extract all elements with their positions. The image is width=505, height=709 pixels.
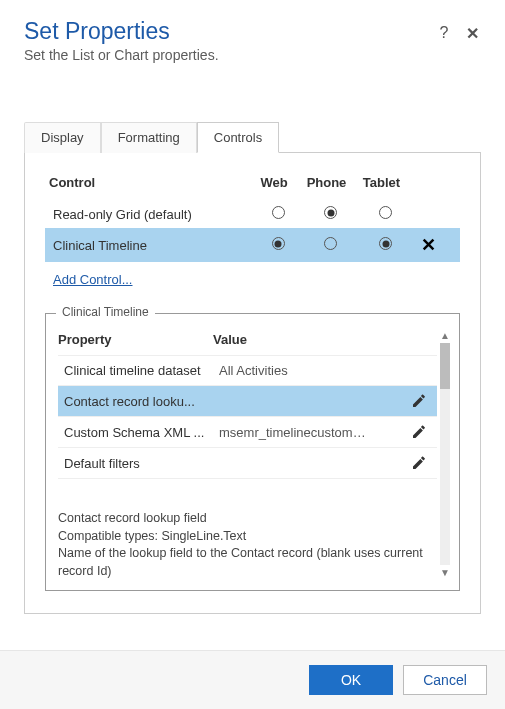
tab-display[interactable]: Display <box>24 122 101 153</box>
control-detail-fieldset: Clinical Timeline Property Value Clinica… <box>45 313 460 591</box>
col-header-value: Value <box>213 332 437 347</box>
property-row-contact-lookup[interactable]: Contact record looku... <box>58 385 437 416</box>
help-icon[interactable]: ? <box>435 24 453 42</box>
cancel-button[interactable]: Cancel <box>403 665 487 695</box>
tab-controls[interactable]: Controls <box>197 122 279 153</box>
desc-line3: Name of the lookup field to the Contact … <box>58 545 429 580</box>
radio-phone[interactable] <box>324 237 337 250</box>
radio-tablet[interactable] <box>379 237 392 250</box>
radio-phone[interactable] <box>324 206 337 219</box>
property-description: Contact record lookup field Compatible t… <box>58 510 437 580</box>
control-row-clinical-timeline[interactable]: Clinical Timeline ✕ <box>45 228 460 262</box>
radio-web[interactable] <box>272 237 285 250</box>
property-row-more <box>58 478 437 484</box>
dialog-subtitle: Set the List or Chart properties. <box>24 47 219 63</box>
dialog-title: Set Properties <box>24 18 219 45</box>
radio-tablet[interactable] <box>379 206 392 219</box>
ok-button[interactable]: OK <box>309 665 393 695</box>
property-row-custom-schema[interactable]: Custom Schema XML ... msemr_timelinecust… <box>58 416 437 447</box>
radio-web[interactable] <box>272 206 285 219</box>
tab-bar: Display Formatting Controls <box>24 121 481 153</box>
property-row-default-filters[interactable]: Default filters <box>58 447 437 478</box>
desc-line2: Compatible types: SingleLine.Text <box>58 528 429 546</box>
close-icon[interactable]: ✕ <box>463 24 481 42</box>
control-row-readonly-grid[interactable]: Read-only Grid (default) <box>45 200 460 228</box>
col-header-tablet: Tablet <box>354 175 409 190</box>
control-grid-header: Control Web Phone Tablet <box>45 171 460 200</box>
col-header-phone: Phone <box>299 175 354 190</box>
property-name: Custom Schema XML ... <box>64 425 219 440</box>
property-value: All Activities <box>219 363 288 378</box>
tab-formatting[interactable]: Formatting <box>101 122 197 153</box>
property-scrollbar[interactable]: ▲ ▼ <box>437 328 453 580</box>
property-name: Contact record looku... <box>64 394 219 409</box>
tab-panel-controls: Control Web Phone Tablet Read-only Grid … <box>24 153 481 614</box>
property-name: Clinical timeline dataset <box>64 363 219 378</box>
delete-control-icon[interactable]: ✕ <box>421 235 436 255</box>
control-name: Read-only Grid (default) <box>53 207 253 222</box>
property-grid-header: Property Value <box>58 328 437 355</box>
edit-icon[interactable] <box>411 424 427 440</box>
desc-line1: Contact record lookup field <box>58 510 429 528</box>
add-control-link[interactable]: Add Control... <box>53 272 133 287</box>
col-header-control: Control <box>49 175 249 190</box>
control-name: Clinical Timeline <box>53 238 253 253</box>
edit-icon[interactable] <box>411 393 427 409</box>
scroll-down-icon[interactable]: ▼ <box>440 567 450 578</box>
dialog-footer: OK Cancel <box>0 650 505 709</box>
property-value: msemr_timelinecustomsche... <box>219 425 369 440</box>
col-header-web: Web <box>249 175 299 190</box>
scroll-up-icon[interactable]: ▲ <box>440 330 450 341</box>
col-header-property: Property <box>58 332 213 347</box>
scroll-track[interactable] <box>440 343 450 565</box>
property-name: Default filters <box>64 456 219 471</box>
scroll-thumb[interactable] <box>440 343 450 389</box>
edit-icon[interactable] <box>411 455 427 471</box>
property-row-dataset[interactable]: Clinical timeline dataset All Activities <box>58 355 437 385</box>
fieldset-legend: Clinical Timeline <box>56 305 155 319</box>
